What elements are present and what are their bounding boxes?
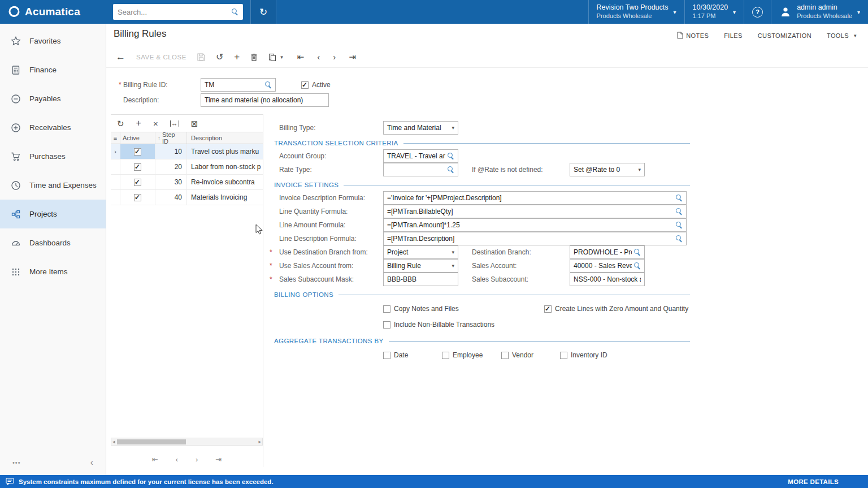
formula-editor-icon[interactable] <box>676 195 683 201</box>
row-active-checkbox[interactable] <box>134 148 141 156</box>
notes-button[interactable]: NOTES <box>677 32 709 39</box>
step-id-cell[interactable]: 20 <box>155 159 187 174</box>
files-button[interactable]: FILES <box>724 32 743 39</box>
grid-refresh-button[interactable]: ↻ <box>117 119 124 128</box>
table-row[interactable]: 30 Re-invoice subcontra <box>111 175 263 190</box>
rate-type-field[interactable] <box>383 163 458 176</box>
table-row[interactable]: 20 Labor from non-stock p <box>111 159 263 175</box>
sidebar-item-time-and-expenses[interactable]: Time and Expenses <box>0 171 106 200</box>
row-selector-icon[interactable]: ≡ <box>111 132 120 144</box>
aggregate-inventory-checkbox[interactable] <box>560 352 567 359</box>
formula-editor-icon[interactable] <box>676 222 683 228</box>
tenant-switcher[interactable]: Revision Two Products Products Wholesale… <box>588 0 684 24</box>
table-row[interactable]: › 10 Travel cost plus marku <box>111 144 263 159</box>
include-non-billable-checkbox[interactable] <box>383 321 390 329</box>
grid-delete-row-button[interactable]: × <box>153 119 158 128</box>
business-date-button[interactable]: ↻ <box>250 0 276 24</box>
description-field[interactable]: Time and material (no allocation) <box>201 93 329 107</box>
customization-button[interactable]: CUSTOMIZATION <box>758 32 811 39</box>
lookup-icon[interactable] <box>634 249 641 256</box>
aggregate-vendor-checkbox[interactable] <box>501 352 509 359</box>
row-active-checkbox[interactable] <box>134 163 141 171</box>
fit-columns-icon[interactable]: ↔ <box>170 120 179 127</box>
search-icon[interactable] <box>232 8 238 15</box>
sales-subaccount-mask-field[interactable]: BBB-BBB <box>383 273 458 286</box>
sidebar-item-favorites[interactable]: Favorites <box>0 27 106 55</box>
lookup-icon[interactable] <box>634 262 641 269</box>
description-cell[interactable]: Materials Invoicing <box>187 190 263 205</box>
step-id-cell[interactable]: 40 <box>155 190 187 205</box>
step-id-cell[interactable]: 10 <box>155 144 187 159</box>
scroll-left-icon[interactable]: ◂ <box>112 439 115 444</box>
pager-next-button[interactable]: › <box>196 455 198 464</box>
help-button[interactable]: ? <box>744 0 771 24</box>
pager-last-button[interactable]: ⇥ <box>215 455 222 464</box>
scroll-right-icon[interactable]: ▸ <box>258 439 261 444</box>
row-active-checkbox[interactable] <box>134 179 141 186</box>
lookup-icon[interactable] <box>265 81 272 88</box>
create-zero-lines-checkbox[interactable] <box>544 305 552 313</box>
sidebar-item-dashboards[interactable]: Dashboards <box>0 228 106 257</box>
previous-record-button[interactable]: ‹ <box>317 53 320 61</box>
aggregate-date-checkbox[interactable] <box>383 352 390 359</box>
delete-record-button[interactable] <box>250 53 258 61</box>
copy-paste-button[interactable]: ▾ <box>268 53 283 61</box>
table-row[interactable]: 40 Materials Invoicing <box>111 190 263 205</box>
copy-notes-checkbox[interactable] <box>383 305 390 313</box>
column-header-step-id[interactable]: ↑ Step ID <box>155 132 187 144</box>
use-destination-branch-select[interactable]: Project ▾ <box>383 245 458 259</box>
row-active-checkbox[interactable] <box>134 194 141 201</box>
billing-rule-id-field[interactable]: TM <box>201 78 276 92</box>
acumatica-logo[interactable]: Acumatica <box>0 6 106 18</box>
description-cell[interactable]: Travel cost plus marku <box>187 144 263 159</box>
grid-add-row-button[interactable]: + <box>136 119 141 128</box>
search-input[interactable] <box>118 8 229 16</box>
scrollbar-thumb[interactable] <box>117 439 186 444</box>
sidebar-collapse-button[interactable]: ‹ <box>90 457 93 468</box>
line-description-formula-field[interactable]: =[PMTran.Description] <box>383 232 687 245</box>
formula-editor-icon[interactable] <box>676 235 683 242</box>
tools-button[interactable]: TOOLS ▾ <box>827 32 857 39</box>
description-cell[interactable]: Re-invoice subcontra <box>187 175 263 189</box>
line-quantity-formula-field[interactable]: =[PMTran.BillableQty] <box>383 205 687 218</box>
sidebar-item-finance[interactable]: Finance <box>0 55 106 84</box>
add-record-button[interactable]: + <box>234 52 240 62</box>
horizontal-scrollbar[interactable]: ◂ ▸ <box>111 438 263 446</box>
sidebar-item-payables[interactable]: Payables <box>0 84 106 113</box>
save-and-close-button[interactable]: SAVE & CLOSE <box>136 54 186 61</box>
first-record-button[interactable]: ⇤ <box>297 53 305 61</box>
sidebar-item-projects[interactable]: Projects <box>0 200 106 228</box>
description-cell[interactable]: Labor from non-stock p <box>187 159 263 174</box>
user-menu[interactable]: admin admin Products Wholesale ▾ <box>771 0 868 24</box>
sales-subaccount-field[interactable]: NSS-000 - Non-stock a <box>570 273 645 286</box>
export-to-excel-icon[interactable]: ⊠ <box>191 119 198 128</box>
aggregate-employee-checkbox[interactable] <box>442 352 449 359</box>
next-record-button[interactable]: › <box>333 53 336 61</box>
sidebar-item-purchases[interactable]: Purchases <box>0 142 106 171</box>
global-search[interactable] <box>113 4 243 20</box>
pager-previous-button[interactable]: ‹ <box>176 455 178 464</box>
sidebar-item-receivables[interactable]: Receivables <box>0 113 106 142</box>
last-record-button[interactable]: ⇥ <box>349 53 356 61</box>
back-button[interactable]: ← <box>116 52 125 62</box>
step-id-cell[interactable]: 30 <box>155 175 187 189</box>
line-amount-formula-field[interactable]: =[PMTran.Amount]*1.25 <box>383 218 687 232</box>
sidebar-item-more-items[interactable]: More Items <box>0 257 106 286</box>
active-checkbox[interactable] <box>301 81 309 89</box>
sales-account-field[interactable]: 40000 - Sales Rever <box>570 259 645 273</box>
lookup-icon[interactable] <box>448 166 454 173</box>
undo-button[interactable]: ↺ <box>216 53 223 62</box>
invoice-description-formula-field[interactable]: ='Invoice for '+[PMProject.Description] <box>383 191 687 205</box>
account-group-field[interactable]: TRAVEL - Travel and <box>383 149 458 163</box>
use-sales-account-select[interactable]: Billing Rule ▾ <box>383 259 458 273</box>
column-header-description[interactable]: Description <box>187 132 263 144</box>
more-details-link[interactable]: MORE DETAILS <box>788 478 839 485</box>
date-time-switcher[interactable]: 10/30/2020 1:17 PM ▾ <box>684 0 744 24</box>
sidebar-more-options[interactable]: ••• <box>12 459 21 466</box>
save-icon[interactable] <box>197 53 205 61</box>
rate-not-defined-select[interactable]: Set @Rate to 0 ▾ <box>570 163 645 176</box>
billing-type-select[interactable]: Time and Material ▾ <box>383 121 458 135</box>
pager-first-button[interactable]: ⇤ <box>152 455 158 464</box>
formula-editor-icon[interactable] <box>676 208 683 215</box>
lookup-icon[interactable] <box>448 153 454 159</box>
